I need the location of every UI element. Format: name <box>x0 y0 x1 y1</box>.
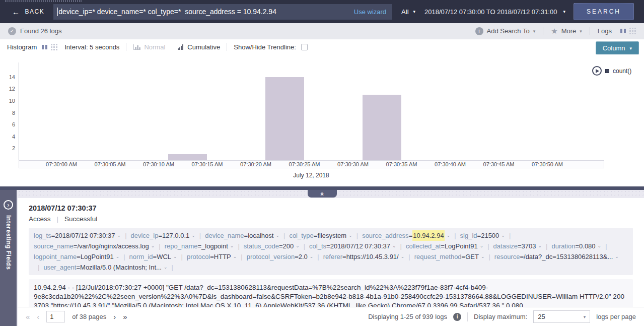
search-button[interactable]: SEARCH <box>574 3 634 20</box>
page-number-input[interactable] <box>46 311 65 322</box>
field-separator: | <box>605 241 607 251</box>
log-field-tag[interactable]: collected_at=LogPoint91⌄ <box>406 241 483 251</box>
search-topbar: ← BACK device_ip=* device_name=* col_typ… <box>0 0 644 23</box>
field-equals: = <box>77 251 81 262</box>
first-page-button[interactable]: « <box>26 312 30 321</box>
field-caret-icon: ⌄ <box>348 230 352 241</box>
y-tick-label: 8 <box>0 110 15 116</box>
table-view-icon[interactable] <box>51 44 57 50</box>
log-field-tag[interactable]: user_agent=Mozilla/5.0 (Macintosh; Int..… <box>43 262 167 273</box>
log-field-tag[interactable]: source_name=/var/log/nginx/access.log⌄ <box>34 241 155 251</box>
expand-sidebar-icon[interactable]: › <box>4 200 13 210</box>
use-wizard-link[interactable]: Use wizard <box>354 8 386 16</box>
display-maximum-select[interactable]: 25 ▾ <box>533 310 590 323</box>
repo-scope-dropdown[interactable]: All ▾ <box>401 8 415 16</box>
field-separator: | <box>181 251 183 262</box>
pagination-bar: « ‹ of 38 pages › » Displaying 1-25 of 9… <box>18 307 644 326</box>
add-search-to-dropdown[interactable]: + Add Search To ▾ <box>475 27 536 35</box>
chart-type-dropdown[interactable]: Column ▾ <box>596 41 639 55</box>
caret-down-icon: ▾ <box>533 29 536 34</box>
log-results-area: « › Interesting Fields 2018/07/12 07:30:… <box>0 190 644 326</box>
log-field-tag[interactable]: sig_id=21500⌄ <box>460 230 505 241</box>
histogram-view-icon[interactable] <box>41 44 48 50</box>
log-field-tag[interactable]: source_address=10.94.2.94⌄ <box>362 230 450 241</box>
found-logs-label: Found 26 logs <box>20 27 61 35</box>
histogram-bar[interactable] <box>265 77 304 160</box>
back-button[interactable]: ← BACK <box>12 8 44 16</box>
search-query-input[interactable]: device_ip=* device_name=* col_type=* sou… <box>58 8 349 16</box>
field-caret-icon: ⌄ <box>310 251 314 262</box>
log-field-tag[interactable]: log_ts=2018/07/12 07:30:37⌄ <box>34 230 121 241</box>
field-equals: = <box>409 230 413 241</box>
log-field-tag[interactable]: col_type=filesystem⌄ <box>289 230 352 241</box>
field-key: request_method <box>414 251 462 262</box>
interval-label[interactable]: Interval: 5 seconds <box>64 43 119 51</box>
y-tick-label: 2 <box>0 145 15 151</box>
log-field-tag[interactable]: status_code=200⌄ <box>244 241 300 251</box>
field-caret-icon: ⌄ <box>480 241 484 251</box>
log-field-tag[interactable]: col_ts=2018/07/12 07:30:37⌄ <box>309 241 396 251</box>
field-key: norm_id <box>129 251 153 262</box>
log-field-tag[interactable]: resource=/data?_dc=1531380628113&...⌄ <box>494 251 619 262</box>
field-value: 2018/07/12 07:30:37 <box>330 241 390 251</box>
field-equals: = <box>210 251 214 262</box>
x-tick-label: 07:30:15 AM <box>192 161 223 167</box>
y-tick-label: 14 <box>0 74 15 80</box>
more-dropdown[interactable]: ★ More ▾ <box>551 27 582 36</box>
field-separator: | <box>546 241 547 251</box>
back-arrow-icon: ← <box>12 8 21 16</box>
next-page-button[interactable]: › <box>113 312 116 321</box>
log-field-tag[interactable]: device_ip=127.0.0.1⌄ <box>131 230 195 241</box>
grid-view-icon[interactable] <box>629 28 636 34</box>
field-caret-icon: ⌄ <box>116 251 120 262</box>
field-value: 2018/07/12 07:30:37 <box>55 230 115 241</box>
log-field-tag[interactable]: repo_name=_logpoint⌄ <box>165 241 234 251</box>
log-record[interactable]: 2018/07/12 07:30:37 Access | Successful … <box>18 198 644 307</box>
time-range-caret-icon[interactable]: ▾ <box>563 9 565 14</box>
log-field-tag[interactable]: datasize=3703⌄ <box>493 241 542 251</box>
normal-mode-button[interactable]: Normal <box>133 43 165 51</box>
display-maximum-label: Display maximum: <box>474 313 527 320</box>
field-key: referer <box>323 251 342 262</box>
field-key: protocol_version <box>247 251 295 262</box>
histogram-bar[interactable] <box>168 154 207 160</box>
text-cursor <box>57 8 58 16</box>
field-caret-icon: ⌄ <box>173 251 177 262</box>
log-field-tag[interactable]: duration=0.080⌄ <box>551 241 601 251</box>
time-range-value[interactable]: 2018/07/12 07:30:00 TO 2018/07/12 07:31:… <box>424 8 557 16</box>
field-caret-icon: ⌄ <box>501 230 505 241</box>
panel-divider[interactable] <box>0 186 644 190</box>
field-caret-icon: ⌄ <box>392 241 396 251</box>
caret-down-icon: ▾ <box>629 46 632 51</box>
cumulative-mode-button[interactable]: Cumulative <box>177 43 220 51</box>
histogram-bar[interactable] <box>363 95 401 160</box>
search-query-box[interactable]: device_ip=* device_name=* col_type=* sou… <box>53 4 392 20</box>
add-search-to-label: Add Search To <box>487 27 530 35</box>
log-field-tag[interactable]: request_method=GET⌄ <box>414 251 485 262</box>
list-view-icon[interactable] <box>620 28 626 34</box>
log-field-tag[interactable]: protocol_version=2.0⌄ <box>247 251 314 262</box>
field-value: Mozilla/5.0 (Macintosh; Int... <box>80 262 162 273</box>
log-field-tag[interactable]: referer=https://10.45.3.91/⌄ <box>323 251 405 262</box>
info-icon[interactable]: i <box>453 313 461 321</box>
y-tick-label: 12 <box>0 86 15 92</box>
log-field-tag[interactable]: logpoint_name=LogPoint91⌄ <box>34 251 119 262</box>
replay-button[interactable] <box>592 66 602 76</box>
trendline-checkbox[interactable] <box>301 44 308 50</box>
field-equals: = <box>279 241 283 251</box>
field-equals: = <box>158 230 162 241</box>
collapse-histogram-button[interactable]: « <box>308 190 337 198</box>
interesting-fields-sidebar[interactable]: › Interesting Fields <box>0 190 17 326</box>
last-page-button[interactable]: » <box>123 312 127 321</box>
check-icon: ✓ <box>8 27 16 35</box>
star-icon: ★ <box>551 27 557 36</box>
log-field-tag[interactable]: protocol=HTTP⌄ <box>187 251 237 262</box>
log-field-tag[interactable]: norm_id=WCL⌄ <box>129 251 177 262</box>
caret-down-icon: ▾ <box>413 9 416 14</box>
caret-down-icon: ▾ <box>580 29 582 34</box>
prev-page-button[interactable]: ‹ <box>37 312 39 321</box>
y-tick-label: 6 <box>0 121 15 127</box>
field-separator: | <box>487 241 489 251</box>
field-value: LogPoint91 <box>81 251 114 262</box>
log-field-tag[interactable]: device_name=localhost⌄ <box>205 230 279 241</box>
